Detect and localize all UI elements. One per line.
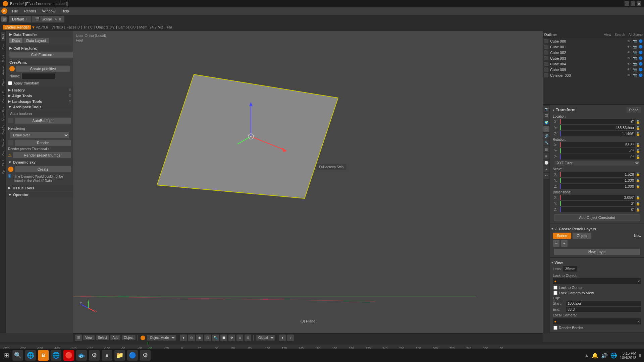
strip-relatio[interactable]: Relatio (1, 52, 5, 64)
dim-y-input[interactable]: 2' (560, 201, 635, 206)
add-constraint-btn[interactable]: Add Object Constraint (554, 214, 640, 221)
taskbar-files-icon[interactable]: 📁 (114, 350, 125, 361)
close-button[interactable]: ✕ (637, 1, 641, 6)
prop-data-icon[interactable]: ▦ (543, 146, 549, 152)
loc-z-lock[interactable]: 🔓 (636, 132, 640, 136)
cyl000-render[interactable]: 🔵 (639, 73, 643, 77)
add-tab-icon[interactable]: + (25, 17, 28, 21)
loc-z-input[interactable]: 1.1496' (560, 131, 635, 136)
strip-grease[interactable]: Grease Pe (1, 88, 5, 105)
dim-x-input[interactable]: 3.056' (560, 195, 635, 200)
outliner-view-btn[interactable]: View (604, 33, 611, 37)
strip-file[interactable]: File I (1, 158, 5, 168)
taskbar-chrome-icon[interactable]: 🌐 (51, 350, 61, 361)
lock-to-field[interactable]: ● ✕ (553, 278, 641, 284)
draw-over-select[interactable]: Draw over (10, 132, 69, 138)
cp-name-input[interactable] (21, 73, 55, 79)
maximize-button[interactable]: □ (631, 1, 635, 6)
scale-z-lock[interactable]: 🔓 (636, 185, 640, 188)
taskbar-app1-icon[interactable]: 🔴 (63, 350, 74, 361)
vp-icon-7[interactable]: ✥ (228, 335, 235, 341)
cube000-render[interactable]: 🔵 (639, 39, 643, 43)
loc-y-lock[interactable]: 🔓 (636, 126, 640, 130)
data-btn[interactable]: Data (9, 38, 22, 43)
render-border-checkbox[interactable] (553, 326, 557, 330)
outliner-search-btn[interactable]: Search (614, 33, 625, 37)
strip-manuel[interactable]: ManuelBas (1, 105, 5, 123)
cf-header[interactable]: ▶ Cell Fracture: (7, 45, 72, 51)
cube002-eye[interactable]: 👁 (627, 51, 631, 54)
prop-physics-icon[interactable]: 〜 (543, 173, 549, 179)
gp-check[interactable]: ✓ (554, 227, 557, 231)
apply-transform-checkbox[interactable] (8, 81, 12, 85)
data-transfer-header[interactable]: ▶ Data Transfer (7, 32, 72, 37)
scale-x-lock[interactable]: 🔓 (636, 173, 640, 176)
cube000-cam[interactable]: 📷 (633, 39, 637, 43)
vp-add-btn[interactable]: Add (110, 335, 120, 340)
outliner-item-cube002[interactable]: ⬛ Cube 002 👁 📷 🔵 (543, 50, 644, 55)
dynamic-sky-header[interactable]: ▼ Dynamic sky (6, 160, 73, 165)
vp-icon-4[interactable]: ⊡ (204, 335, 211, 341)
render-btn[interactable]: Render (15, 140, 71, 146)
taskbar-app2-icon[interactable]: 🐟 (76, 350, 87, 361)
cube002-cam[interactable]: 📷 (633, 51, 637, 54)
outliner-item-cube009[interactable]: ⬛ Cube 009 👁 📷 🔵 (543, 67, 644, 72)
rot-x-input[interactable]: 53.8° (560, 142, 635, 147)
cube001-eye[interactable]: 👁 (627, 45, 631, 49)
prop-world-icon[interactable]: 🌍 (543, 119, 549, 125)
engine-expand-icon[interactable]: ▾ (32, 24, 35, 30)
scale-z-input[interactable]: 1.000 (560, 184, 635, 189)
cube004-eye[interactable]: 👁 (627, 62, 631, 66)
scale-y-input[interactable]: 1.000 (560, 178, 635, 183)
vp-icon-11[interactable]: ○ (287, 335, 294, 341)
dim-y-lock[interactable]: 🔓 (636, 202, 640, 205)
outliner-allscene-btn[interactable]: All Scene (629, 33, 643, 37)
cyl000-cam[interactable]: 📷 (633, 73, 637, 77)
archipack-header[interactable]: ▼ Archipack Tools (6, 104, 73, 110)
strip-fast[interactable]: Fast Ca (1, 123, 5, 136)
taskbar-volume-icon[interactable]: 🔊 (601, 352, 608, 359)
vp-icon-2[interactable]: ⊙ (188, 335, 195, 341)
taskbar-settings-icon[interactable]: ⚙ (140, 350, 151, 361)
taskbar-app3-icon[interactable]: ⚙ (89, 350, 100, 361)
dim-z-input[interactable]: 0' (560, 207, 635, 212)
rot-y-input[interactable]: -0° (560, 148, 635, 154)
vp-mode-select[interactable]: Object Mode (147, 335, 176, 341)
outliner-item-cube001[interactable]: ⬛ Cube 001 👁 📷 🔵 (543, 44, 644, 50)
gp-object-btn[interactable]: Object (573, 233, 591, 239)
taskbar-show-desktop[interactable]: ▮ (639, 353, 641, 358)
menu-file[interactable]: File (9, 8, 21, 14)
loc-x-lock[interactable]: 🔓 (636, 120, 640, 124)
tissue-tools-header[interactable]: ▶ Tissue Tools (6, 185, 73, 191)
cube009-render[interactable]: 🔵 (639, 68, 643, 71)
rot-z-input[interactable]: 0° (560, 154, 635, 160)
ds-create-btn[interactable]: Create (15, 166, 71, 172)
cube003-eye[interactable]: 👁 (627, 56, 631, 60)
vp-icon-3[interactable]: ◉ (196, 335, 203, 341)
outliner-item-cube000[interactable]: ⬛ Cube 000 👁 📷 🔵 (543, 38, 644, 44)
gp-scene-btn[interactable]: Scene (553, 233, 571, 239)
vp-view-btn[interactable]: View (83, 335, 95, 340)
vp-icon-6[interactable]: 🔲 (220, 335, 227, 341)
taskbar-blender-icon[interactable]: B (38, 350, 49, 361)
cube003-cam[interactable]: 📷 (633, 56, 637, 60)
taskbar-notification-icon[interactable]: 🔔 (592, 352, 598, 359)
gp-new-layer-btn[interactable]: New Layer (554, 249, 640, 255)
vp-icon-8[interactable]: ⊕ (236, 335, 243, 341)
cube001-render[interactable]: 🔵 (639, 45, 643, 49)
cube001-cam[interactable]: 📷 (633, 45, 637, 49)
outliner-item-cube003[interactable]: ⬛ Cube 003 👁 📷 🔵 (543, 55, 644, 61)
vp-object-btn[interactable]: Object (122, 335, 136, 340)
taskbar-search-icon[interactable]: 🔍 (12, 350, 23, 361)
rot-z-lock[interactable]: 🔓 (636, 155, 640, 159)
prop-scene-icon[interactable]: 🎬 (543, 113, 549, 119)
operator-header[interactable]: ▼ Operator (6, 192, 73, 197)
menu-render[interactable]: Render (21, 8, 39, 14)
strip-gra[interactable]: Gra (1, 149, 5, 158)
prop-material-icon[interactable]: ◉ (543, 153, 549, 159)
minimize-button[interactable]: ─ (625, 1, 629, 6)
prop-particles-icon[interactable]: ✦ (543, 166, 549, 172)
history-header[interactable]: ▶ History ⠿ (6, 87, 73, 93)
lens-value[interactable]: 35mm (563, 266, 578, 272)
taskbar-windows-icon[interactable]: ⊞ (3, 350, 10, 360)
